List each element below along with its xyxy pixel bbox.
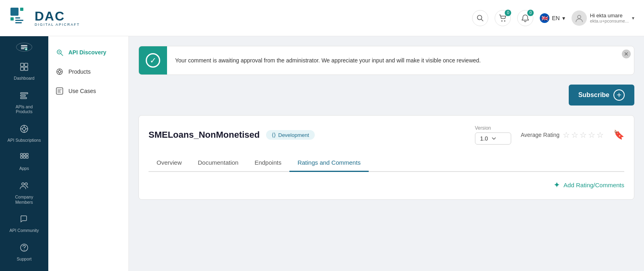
notification-close-button[interactable]: ✕ [622, 50, 631, 58]
stars-display: ☆ ☆ ☆ ☆ ☆ [563, 130, 604, 140]
dashboard-label: Dashboard [14, 76, 34, 81]
cart-badge: 0 [505, 10, 511, 16]
sub-sidebar-item-api-discovery[interactable]: API Discovery [48, 43, 128, 62]
lang-chevron-icon: ▾ [562, 15, 565, 21]
svg-rect-20 [25, 67, 28, 70]
api-subscriptions-label: API Subscriptions [8, 138, 41, 143]
sidebar-item-dashboard[interactable]: Dashboard [4, 58, 44, 85]
subscriptions-icon [19, 124, 29, 136]
svg-rect-2 [10, 17, 14, 21]
dashboard-icon [19, 62, 29, 74]
notifications-button[interactable]: 0 [517, 10, 533, 26]
logo-text: DAC DIGITAL APICRAFT [35, 10, 80, 27]
svg-rect-4 [15, 20, 23, 21]
tab-documentation[interactable]: Documentation [190, 154, 247, 172]
svg-rect-33 [21, 156, 23, 158]
use-cases-icon [55, 86, 64, 96]
svg-rect-17 [21, 63, 24, 66]
svg-rect-23 [21, 97, 27, 99]
sidebar-item-apis-products[interactable]: APIs and Products [4, 87, 44, 118]
svg-point-8 [502, 20, 503, 21]
logo-main: DAC [35, 10, 80, 23]
svg-line-41 [61, 54, 63, 56]
svg-rect-18 [25, 63, 28, 66]
person-icon [575, 14, 584, 23]
sub-sidebar-item-use-cases[interactable]: Use Cases [48, 81, 128, 101]
svg-rect-35 [26, 156, 28, 158]
api-discovery-label: API Discovery [68, 49, 106, 56]
svg-rect-21 [21, 93, 28, 94]
language-label: EN [552, 15, 559, 21]
discovery-svg [56, 48, 64, 56]
sidebar-item-company-members[interactable]: Company Members [4, 177, 44, 209]
products-svg [56, 68, 64, 76]
user-greeting: Hi ekta umare [590, 12, 629, 19]
add-rating-row: ✦ Add Rating/Comments [149, 172, 624, 190]
header-actions: 0 0 🇬🇧 EN ▾ Hi ekta umare ekta.u [472, 10, 634, 26]
user-chevron-icon: ▾ [632, 15, 634, 21]
logo-icon [10, 7, 30, 29]
search-button[interactable] [472, 10, 488, 26]
sidebar-item-api-subscriptions[interactable]: API Subscriptions [4, 120, 44, 147]
sidebar-item-support[interactable]: Support [4, 239, 44, 266]
svg-rect-11 [21, 45, 27, 46]
apis-svg [19, 91, 29, 100]
svg-rect-3 [15, 17, 20, 19]
svg-rect-32 [26, 153, 28, 155]
average-rating: Average Rating ☆ ☆ ☆ ☆ ☆ [521, 130, 604, 140]
support-label: Support [17, 257, 32, 262]
svg-rect-0 [10, 8, 19, 16]
version-chevron-icon [491, 136, 497, 141]
star-1: ☆ [563, 130, 570, 140]
apis-products-icon [19, 91, 29, 103]
hamburger-icon [20, 43, 28, 51]
api-discovery-icon [55, 48, 64, 57]
flag-icon: 🇬🇧 [540, 13, 549, 23]
main-content: ✓ Your comment is awaiting approval from… [129, 36, 644, 271]
api-community-label: API Community [10, 228, 39, 233]
menu-toggle-button[interactable] [16, 43, 32, 52]
api-header-right: Version 1.0 Average Rating ☆ ☆ [475, 125, 624, 145]
user-info: Hi ekta umare ekta.u+pconsume... [590, 12, 629, 23]
star-3: ☆ [580, 130, 587, 140]
products-icon [55, 67, 64, 77]
svg-rect-30 [21, 153, 23, 155]
version-label: Version [475, 125, 511, 131]
logo: DAC DIGITAL APICRAFT [10, 7, 90, 29]
api-title: SMELoans_NonMonetised [149, 130, 260, 140]
check-icon: ✓ [146, 53, 160, 68]
sidebar-item-apps[interactable]: Apps [4, 148, 44, 175]
add-rating-button[interactable]: ✦ Add Rating/Comments [553, 180, 624, 190]
notification-banner: ✓ Your comment is awaiting approval from… [138, 46, 634, 75]
cart-button[interactable]: 0 [495, 10, 511, 26]
sidebar-nav: Dashboard APIs and Products [0, 36, 48, 271]
apis-products-label: APIs and Products [7, 104, 41, 114]
sidebar-item-api-community[interactable]: API Community [4, 210, 44, 237]
main-layout: Dashboard APIs and Products [0, 36, 644, 271]
tab-overview[interactable]: Overview [149, 154, 190, 172]
subscribe-label: Subscribe [578, 91, 609, 99]
dashboard-svg [19, 62, 29, 72]
svg-line-7 [481, 19, 483, 21]
user-menu[interactable]: Hi ekta umare ekta.u+pconsume... ▾ [572, 10, 634, 26]
svg-rect-31 [23, 153, 25, 155]
star-2: ☆ [571, 130, 578, 140]
notification-text: Your comment is awaiting approval from t… [167, 51, 634, 70]
star-4: ☆ [588, 130, 595, 140]
bookmark-button[interactable]: 🔖 [613, 130, 624, 140]
products-label: Products [68, 68, 91, 75]
user-email: ekta.u+pconsume... [590, 19, 629, 23]
subscribe-button[interactable]: Subscribe + [569, 85, 634, 106]
community-svg [19, 214, 29, 224]
svg-rect-22 [21, 95, 25, 96]
svg-rect-1 [20, 8, 23, 11]
tab-endpoints[interactable]: Endpoints [246, 154, 289, 172]
version-select[interactable]: 1.0 [475, 132, 511, 145]
add-rating-star-icon: ✦ [553, 180, 560, 190]
tab-ratings-comments[interactable]: Ratings and Comments [289, 154, 369, 172]
language-selector[interactable]: 🇬🇧 EN ▾ [540, 13, 565, 23]
subscribe-plus-icon: + [613, 89, 625, 101]
notif-badge: 0 [527, 10, 534, 16]
svg-rect-19 [21, 67, 24, 70]
sub-sidebar-item-products[interactable]: Products [48, 62, 128, 81]
